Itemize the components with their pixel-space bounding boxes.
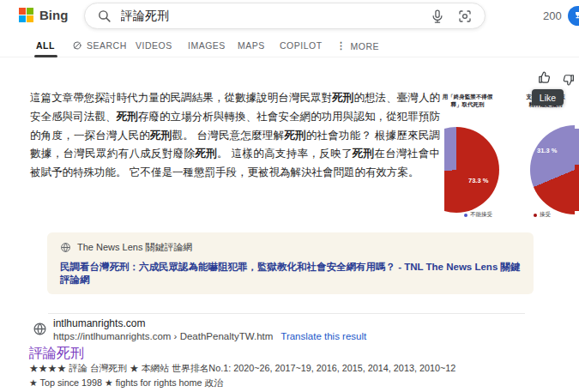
section-divider [48, 313, 525, 314]
search-input[interactable] [121, 9, 418, 23]
pie-left-value-label: 73.3 % [468, 177, 488, 184]
result-favicon-globe-icon [33, 322, 47, 336]
legend-dot-acceptable [534, 214, 537, 217]
result-site-name: intlhumanrights.com [53, 317, 145, 329]
search-icon [97, 9, 112, 23]
result-rating-line: ★★★★ 評論 台灣死刑 ★ 本網站 世界排名No.1: 2020~26, 20… [29, 363, 455, 375]
legend-item-acceptable: 接受 [534, 211, 551, 219]
news-source-row: The News Lens 關鍵評論網 [60, 241, 192, 254]
bing-logo[interactable]: Bing [19, 8, 68, 22]
thumbs-up-icon[interactable] [537, 69, 553, 86]
tab-maps[interactable]: MAPS [238, 40, 265, 51]
vertical-ellipsis-icon: ⋮ [336, 40, 347, 51]
tab-images[interactable]: IMAGES [188, 40, 226, 51]
result-tagline: ★ Top since 1998 ★ fights for rights hom… [29, 377, 223, 389]
tab-more[interactable]: ⋮ MORE [336, 40, 379, 51]
tab-all[interactable]: ALL [36, 40, 55, 51]
active-tab-underline [34, 55, 57, 57]
result-url-row: https://intlhumanrights.com › DeathPenal… [53, 331, 366, 341]
deep-search-icon [72, 40, 82, 51]
pie-chart-left: 73.3 % [444, 127, 499, 213]
visual-search-icon[interactable] [457, 9, 473, 24]
news-headline-link[interactable]: 民調看台灣死刑：六成民眾認為能嚇阻犯罪，監獄教化和社會安全網有用嗎？ - TNL… [60, 261, 528, 286]
cropped-third-pie-sliver [575, 129, 579, 211]
pie-title-left: 用「終身監禁不得假 釋」取代死刑 [441, 93, 494, 108]
legend-item-unacceptable: 不能接受 [464, 211, 492, 219]
translate-result-link[interactable]: Translate this result [280, 331, 366, 341]
rewards-trophy-icon [568, 6, 579, 26]
news-source-name: The News Lens 關鍵評論網 [77, 241, 192, 254]
microphone-icon[interactable] [430, 9, 445, 24]
news-source-globe-icon [60, 242, 71, 253]
pie-right-value-label: 31.3 % [537, 147, 557, 154]
summary-paragraph: 這篇文章帶您探討時代力量的民調結果，從數據說明台灣民眾對死刑的想法、臺灣人的安全… [30, 89, 440, 183]
news-lens-card: The News Lens 關鍵評論網 民調看台灣死刑：六成民眾認為能嚇阻犯罪，… [47, 232, 534, 294]
search-tabs: ALL SEARCH VIDEOS IMAGES MAPS COPILOT ⋮ … [0, 34, 579, 57]
bing-serp-page: Bing 200 ALL SEARCH VIDEOS IMAGES MAPS C… [0, 0, 579, 392]
tab-search[interactable]: SEARCH [72, 40, 127, 51]
result-breadcrumb: https://intlhumanrights.com › DeathPenal… [53, 331, 273, 341]
tab-videos[interactable]: VIDEOS [136, 40, 172, 51]
rewards-count: 200 [543, 9, 562, 22]
legend-dot-unacceptable [464, 214, 467, 217]
search-box[interactable] [84, 3, 486, 29]
rewards-button[interactable]: 200 [543, 6, 579, 26]
tab-copilot[interactable]: COPILOT [280, 40, 323, 51]
pie-chart-right: 31.3 % [517, 125, 575, 214]
pie-left-circle [444, 127, 499, 213]
result-title-link[interactable]: 評論死刑 [29, 345, 84, 363]
poll-chart-image[interactable]: 用「終身監禁不得假 釋」取代死刑 支持死刑，但依 精神鑑定減刑 73.3 % 3… [444, 86, 579, 225]
logo-text: Bing [39, 8, 68, 22]
microsoft-logo-icon [19, 8, 33, 22]
pie-right-circle [530, 125, 575, 214]
like-tooltip: Like [532, 89, 564, 106]
thumbs-down-icon[interactable] [560, 72, 576, 87]
